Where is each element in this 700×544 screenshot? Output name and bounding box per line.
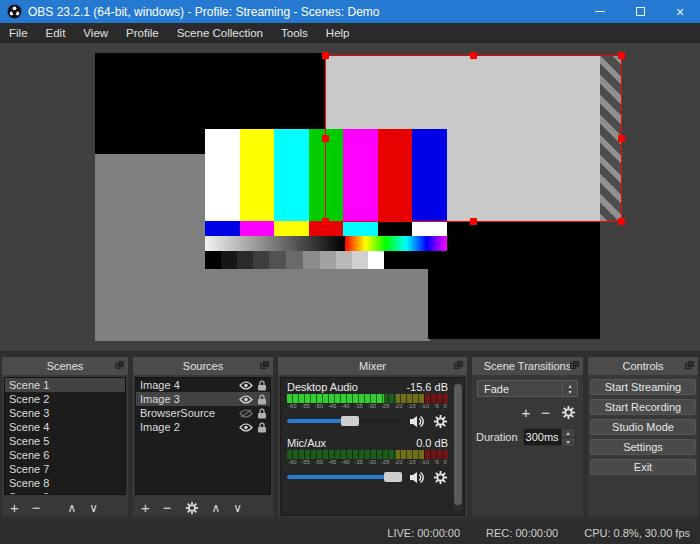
eye-icon[interactable] [239, 381, 253, 390]
add-transition-button[interactable]: + [521, 404, 530, 421]
transition-properties-gear-icon[interactable] [561, 405, 576, 420]
move-scene-up-button[interactable]: ∧ [68, 498, 77, 518]
sources-dock: Sources Image 4 Image 3 [133, 357, 273, 517]
menu-tools[interactable]: Tools [272, 23, 317, 42]
lock-icon[interactable] [257, 380, 267, 391]
exit-button[interactable]: Exit [590, 459, 696, 475]
channel-gear-icon[interactable] [433, 470, 448, 485]
eye-icon[interactable] [239, 423, 253, 432]
start-streaming-button[interactable]: Start Streaming [590, 379, 696, 395]
add-scene-button[interactable]: + [10, 498, 19, 518]
source-row[interactable]: BrowserSource [136, 406, 270, 420]
menu-scene-collection[interactable]: Scene Collection [168, 23, 272, 42]
start-recording-button[interactable]: Start Recording [590, 399, 696, 415]
scenes-header: Scenes [2, 357, 128, 375]
menu-edit[interactable]: Edit [37, 23, 75, 42]
volume-slider[interactable] [287, 419, 402, 423]
obs-logo-icon [7, 4, 22, 19]
scenes-list: Scene 1 Scene 2 Scene 3 Scene 4 Scene 5 … [4, 377, 126, 495]
scrollbar-thumb[interactable] [454, 384, 462, 505]
duration-down-button[interactable]: ▾ [561, 437, 575, 446]
obs-window: OBS 23.2.1 (64-bit, windows) - Profile: … [0, 0, 700, 544]
scene-row[interactable]: Scene 5 [5, 434, 125, 448]
selection-handle[interactable] [322, 218, 329, 225]
minimize-button[interactable] [580, 0, 620, 23]
mixer-title: Mixer [359, 360, 386, 372]
source-row[interactable]: Image 3 [136, 392, 270, 406]
add-source-button[interactable]: + [141, 498, 150, 518]
selection-handle[interactable] [618, 52, 625, 59]
eye-icon[interactable] [239, 395, 253, 404]
volume-slider-thumb[interactable] [384, 472, 402, 482]
menu-view[interactable]: View [74, 23, 117, 42]
dock-pin-icon[interactable] [570, 361, 579, 370]
preview-canvas[interactable] [0, 43, 700, 351]
meter-scale: -60-55-50-45-40-35-30-25-20-15-10-50 [287, 403, 448, 410]
controls-header: Controls [588, 357, 698, 375]
studio-mode-button[interactable]: Studio Mode [590, 419, 696, 435]
rbar-blue [205, 221, 240, 236]
dock-pin-icon[interactable] [115, 361, 124, 370]
channel-gear-icon[interactable] [433, 414, 448, 429]
volume-slider[interactable] [287, 475, 402, 479]
transition-select[interactable]: Fade ▴ ▾ [477, 380, 578, 397]
scene-row[interactable]: Scene 1 [5, 378, 125, 392]
mixer-body: Desktop Audio -15.6 dB -60-55-50-45-40-3… [280, 377, 465, 516]
remove-source-button[interactable]: − [163, 498, 172, 518]
menu-file[interactable]: File [0, 23, 37, 42]
scene-row[interactable]: Scene 3 [5, 406, 125, 420]
scene-row[interactable]: Scene 7 [5, 462, 125, 476]
source-selection-outline[interactable] [325, 55, 622, 222]
volume-slider-thumb[interactable] [341, 416, 359, 426]
bar-white [205, 129, 240, 221]
mixer-dock: Mixer Desktop Audio -15.6 dB [278, 357, 467, 517]
scene-transitions-dock: Scene Transitions Fade ▴ ▾ + − Duration [472, 357, 583, 517]
selection-handle[interactable] [618, 218, 625, 225]
menu-profile[interactable]: Profile [117, 23, 168, 42]
eye-slash-icon[interactable] [239, 409, 253, 418]
dock-pin-icon[interactable] [454, 361, 463, 370]
source-properties-gear-icon[interactable] [185, 501, 199, 515]
scene-row[interactable]: Scene 9 [5, 490, 125, 495]
selection-handle[interactable] [322, 52, 329, 59]
lock-icon[interactable] [257, 408, 267, 419]
speaker-icon[interactable] [409, 415, 426, 428]
mixer-channel-desktop-audio: Desktop Audio -15.6 dB -60-55-50-45-40-3… [287, 381, 448, 428]
scene-row[interactable]: Scene 6 [5, 448, 125, 462]
source-black-rectangle-bottom[interactable] [428, 222, 600, 339]
menu-help[interactable]: Help [317, 23, 359, 42]
remove-transition-button[interactable]: − [541, 404, 550, 421]
scene-row[interactable]: Scene 4 [5, 420, 125, 434]
rbar-white [412, 221, 447, 236]
scene-row[interactable]: Scene 2 [5, 392, 125, 406]
dock-pin-icon[interactable] [685, 361, 694, 370]
duration-up-button[interactable]: ▴ [561, 429, 575, 437]
speaker-icon[interactable] [409, 471, 426, 484]
mixer-scrollbar[interactable] [454, 382, 462, 511]
transitions-title: Scene Transitions [484, 360, 571, 372]
controls-title: Controls [623, 360, 664, 372]
rainbow-gradient [345, 236, 447, 251]
combo-spinner[interactable]: ▴ ▾ [562, 381, 577, 396]
bar-cyan [274, 129, 309, 221]
source-row[interactable]: Image 2 [136, 420, 270, 434]
remove-scene-button[interactable]: − [32, 498, 41, 518]
scene-row[interactable]: Scene 8 [5, 476, 125, 490]
selection-handle[interactable] [618, 135, 625, 142]
lock-icon[interactable] [257, 422, 267, 433]
move-source-down-button[interactable]: ∨ [233, 498, 242, 518]
selection-handle[interactable] [470, 218, 477, 225]
selection-handle[interactable] [322, 135, 329, 142]
dock-pin-icon[interactable] [260, 361, 269, 370]
move-source-up-button[interactable]: ∧ [212, 498, 221, 518]
close-button[interactable]: × [660, 0, 700, 23]
duration-input[interactable]: 300ms [524, 429, 561, 445]
source-row[interactable]: Image 4 [136, 378, 270, 392]
maximize-button[interactable] [620, 0, 660, 23]
selection-handle[interactable] [470, 52, 477, 59]
lock-icon[interactable] [257, 394, 267, 405]
move-scene-down-button[interactable]: ∨ [89, 498, 98, 518]
duration-label: Duration [476, 431, 518, 443]
window-controls: × [580, 0, 700, 23]
settings-button[interactable]: Settings [590, 439, 696, 455]
